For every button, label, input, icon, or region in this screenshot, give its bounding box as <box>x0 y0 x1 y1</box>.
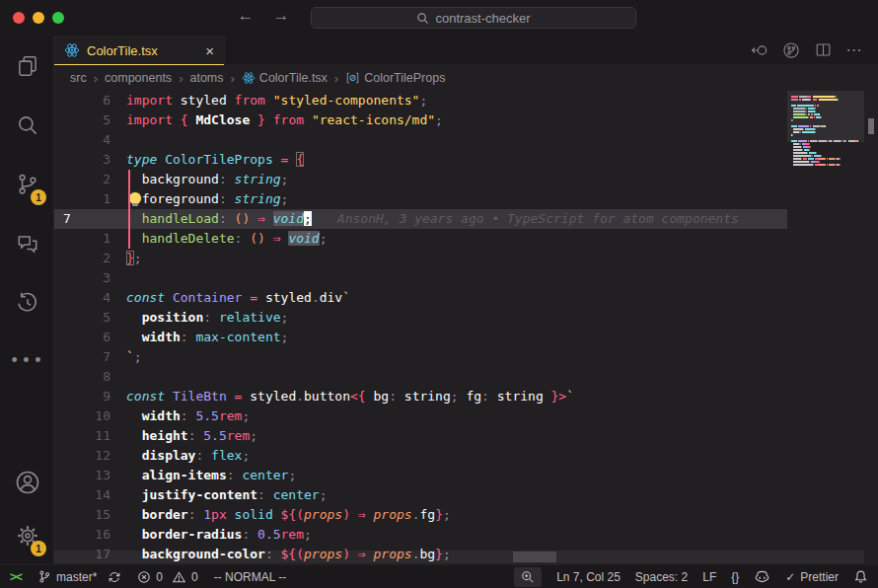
code-text: justify-content: center; <box>126 485 328 505</box>
code-line[interactable]: 5 position: relative; <box>54 308 787 328</box>
line-number[interactable]: 5 <box>63 110 110 130</box>
line-number[interactable]: 2 <box>63 170 110 189</box>
breadcrumb-symbol[interactable]: ColorTileProps <box>345 71 445 85</box>
language-mode-indicator[interactable]: {} <box>731 570 739 584</box>
code-line[interactable]: 4 <box>54 130 787 150</box>
code-line[interactable]: 2}; <box>54 249 787 268</box>
line-number[interactable]: 5 <box>63 308 110 328</box>
sidebar-item-more-views[interactable]: • • • <box>0 335 54 385</box>
code-line[interactable]: 2 background: string; <box>54 170 787 189</box>
vertical-scrollbar[interactable] <box>864 91 878 564</box>
code-line[interactable]: 7 handleLoad: () ⇒ void;AnsonH, 3 years … <box>54 209 787 229</box>
search-text: contrast-checker <box>435 11 530 26</box>
line-number[interactable]: 12 <box>63 446 110 466</box>
zoom-indicator[interactable] <box>514 567 542 587</box>
close-tab-icon[interactable]: × <box>205 43 214 58</box>
line-number[interactable]: 1 <box>63 229 110 249</box>
code-line[interactable]: 6import styled from "styled-components"; <box>54 91 787 110</box>
split-editor-icon[interactable] <box>811 38 835 62</box>
branch-indicator[interactable]: master* <box>37 569 121 584</box>
code-line[interactable]: 1 foreground: string; <box>54 189 787 209</box>
line-number[interactable]: 11 <box>63 426 110 446</box>
zoom-window-button[interactable] <box>52 12 64 24</box>
line-number[interactable]: 3 <box>63 150 110 170</box>
line-number[interactable]: 3 <box>63 268 110 288</box>
forward-arrow-icon[interactable]: → <box>270 6 292 26</box>
line-number[interactable]: 7 <box>63 347 110 367</box>
line-number[interactable]: 2 <box>63 249 110 268</box>
breadcrumb-separator: › <box>94 71 98 86</box>
notifications-bell[interactable] <box>853 569 868 584</box>
line-number[interactable]: 4 <box>63 288 110 308</box>
formatter-indicator[interactable]: ✓ Prettier <box>785 570 839 584</box>
minimap-viewport-slider[interactable] <box>787 91 864 142</box>
sidebar-item-history[interactable] <box>0 278 54 328</box>
command-center-search[interactable]: contrast-checker <box>311 7 636 29</box>
horizontal-scrollbar-thumb[interactable] <box>513 551 556 562</box>
breadcrumb-atoms[interactable]: atoms <box>189 71 223 85</box>
code-line[interactable]: 8 <box>54 367 787 387</box>
account-button[interactable] <box>0 458 54 507</box>
vertical-scrollbar-thumb[interactable] <box>868 118 874 134</box>
sidebar-item-explorer[interactable] <box>0 41 54 91</box>
line-number[interactable]: 6 <box>63 328 110 347</box>
remote-indicator[interactable]: >< <box>10 570 22 584</box>
line-number[interactable]: 14 <box>63 485 110 505</box>
line-number[interactable]: 10 <box>63 406 110 426</box>
code-line[interactable]: 10 width: 5.5rem; <box>54 406 787 426</box>
cursor-position-indicator[interactable]: Ln 7, Col 25 <box>556 570 621 584</box>
eol-indicator[interactable]: LF <box>702 570 716 584</box>
code-line[interactable]: 9const TileBtn = styled.button<{ bg: str… <box>54 387 787 406</box>
code-text: type ColorTileProps = { <box>126 150 304 170</box>
check-icon: ✓ <box>785 570 795 584</box>
breadcrumb-file[interactable]: ColorTile.tsx <box>242 71 328 85</box>
line-number[interactable]: 16 <box>63 525 110 545</box>
breadcrumb-src[interactable]: src <box>70 71 87 85</box>
line-number[interactable]: 15 <box>63 505 110 525</box>
code-line[interactable]: 7`; <box>54 347 787 367</box>
close-window-button[interactable] <box>13 12 25 24</box>
vim-mode-indicator[interactable]: -- NORMAL -- <box>214 570 287 584</box>
code-lines[interactable]: 6import styled from "styled-components";… <box>54 91 787 564</box>
code-text: width: 5.5rem; <box>126 406 250 426</box>
code-line[interactable]: 13 align-items: center; <box>54 466 787 485</box>
minimap[interactable] <box>787 91 864 564</box>
line-number[interactable]: 7 <box>63 209 110 229</box>
indentation-indicator[interactable]: Spaces: 2 <box>635 570 688 584</box>
more-actions-icon[interactable]: ⋯ <box>842 38 866 62</box>
code-line[interactable]: 11 height: 5.5rem; <box>54 426 787 446</box>
code-line[interactable]: 3type ColorTileProps = { <box>54 150 787 170</box>
open-pull-request-icon[interactable] <box>779 38 803 62</box>
breadcrumb-components[interactable]: components <box>105 71 172 85</box>
lightbulb-icon[interactable] <box>129 192 141 204</box>
tab-colortile[interactable]: ColorTile.tsx × <box>54 36 225 65</box>
code-line[interactable]: 4const Container = styled.div` <box>54 288 787 308</box>
code-line[interactable]: 3 <box>54 268 787 288</box>
code-line[interactable]: 15 border: 1px solid ${(props) ⇒ props.f… <box>54 505 787 525</box>
open-changes-icon[interactable] <box>748 38 771 62</box>
line-number[interactable]: 13 <box>63 466 110 485</box>
copilot-indicator[interactable] <box>754 569 770 584</box>
code-line[interactable]: 6 width: max-content; <box>54 328 787 347</box>
code-line[interactable]: 5import { MdClose } from "react-icons/md… <box>54 110 787 130</box>
sidebar-item-source-control[interactable]: 1 <box>0 160 54 209</box>
line-number[interactable]: 6 <box>63 91 110 110</box>
settings-button[interactable]: 1 <box>0 511 54 560</box>
line-number[interactable]: 9 <box>63 387 110 406</box>
minimize-window-button[interactable] <box>33 12 44 24</box>
line-number[interactable]: 4 <box>63 130 110 150</box>
line-number[interactable]: 1 <box>63 189 110 209</box>
code-line[interactable]: 1 handleDelete: () ⇒ void; <box>54 229 787 249</box>
horizontal-scrollbar[interactable] <box>54 551 864 563</box>
editor-pane[interactable]: 6import styled from "styled-components";… <box>54 91 878 564</box>
code-line[interactable]: 16 border-radius: 0.5rem; <box>54 525 787 545</box>
branch-name: master* <box>56 570 97 584</box>
sidebar-item-comments[interactable] <box>0 219 54 268</box>
problems-indicator[interactable]: 0 0 <box>137 570 197 584</box>
sidebar-item-search[interactable] <box>0 101 54 150</box>
branch-icon <box>37 569 51 584</box>
line-number[interactable]: 8 <box>63 367 110 387</box>
code-line[interactable]: 14 justify-content: center; <box>54 485 787 505</box>
code-line[interactable]: 12 display: flex; <box>54 446 787 466</box>
back-arrow-icon[interactable]: ← <box>235 6 256 26</box>
